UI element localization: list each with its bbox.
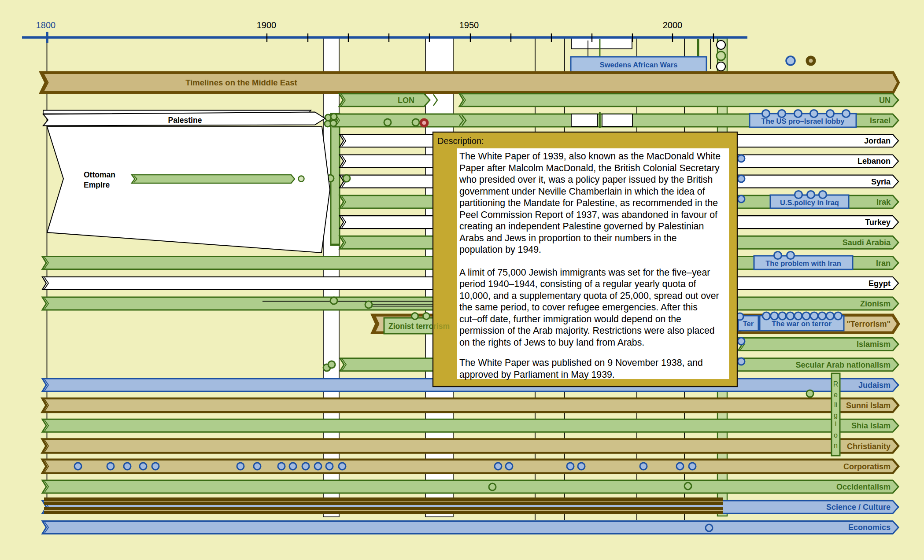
svg-text:The US pro–Israel lobby: The US pro–Israel lobby [761,117,845,125]
svg-text:Shia Islam: Shia Islam [851,421,891,430]
svg-text:1800: 1800 [36,20,56,30]
svg-text:"Terrorism": "Terrorism" [846,320,891,328]
svg-text:n: n [834,442,838,449]
svg-text:population by 1949.: population by 1949. [459,244,541,255]
svg-text:on the rights of Jews to buy l: on the rights of Jews to buy land from A… [459,337,644,348]
svg-text:2000: 2000 [663,20,683,30]
svg-text:Corporatism: Corporatism [843,462,891,471]
svg-text:1900: 1900 [257,20,277,30]
svg-text:Secular Arab nationalism: Secular Arab nationalism [796,361,891,369]
svg-text:Palestine: Palestine [168,116,202,125]
svg-text:Ter: Ter [743,320,754,328]
svg-text:the same period, to cover refu: the same period, to cover refugee emerge… [459,302,698,313]
svg-text:Turkey: Turkey [865,218,891,227]
svg-text:Lebanon: Lebanon [857,157,891,166]
svg-text:Sunni Islam: Sunni Islam [846,401,891,410]
svg-text:Islamism: Islamism [857,340,891,349]
svg-text:approved by Parliament in May: approved by Parliament in May 1939. [459,369,615,380]
svg-text:A limit of 75,000 Jewish immig: A limit of 75,000 Jewish immigrants was … [459,267,710,278]
svg-text:Ottoman: Ottoman [84,170,115,179]
svg-text:cut–off date, further immigrat: cut–off date, further immigration would … [459,314,681,324]
svg-text:Zionism: Zionism [860,299,891,308]
svg-text:The White Paper of 1939, also: The White Paper of 1939, also known as t… [459,151,721,162]
svg-text:UN: UN [879,96,891,105]
svg-text:period 1940–1944, consisting o: period 1940–1944, consisting of a regula… [459,279,696,289]
svg-text:Empire: Empire [84,181,110,189]
svg-text:g: g [834,412,838,419]
svg-text:o: o [834,431,838,439]
svg-text:Arabs and Jews in proportion t: Arabs and Jews in proportion to their nu… [459,233,677,243]
svg-text:Zionist terrorism: Zionist terrorism [388,322,450,331]
svg-text:Peel Commission Report of 1937: Peel Commission Report of 1937, was aban… [459,210,717,220]
svg-text:Egypt: Egypt [869,279,891,288]
svg-text:The White Paper was published: The White Paper was published on 9 Novem… [459,357,703,368]
svg-text:10,000, and a supplementary qu: 10,000, and a supplementary quota of 25,… [459,291,719,301]
svg-text:The war on terror: The war on terror [772,320,832,328]
svg-text:U.S.policy in Iraq: U.S.policy in Iraq [780,199,839,206]
svg-text:Judaism: Judaism [858,381,891,390]
svg-text:Description:: Description: [437,136,484,146]
svg-text:e: e [834,391,838,398]
svg-text:Israel: Israel [870,116,891,125]
svg-text:creating an independent Palest: creating an independent Palestine govern… [459,221,704,232]
svg-text:Jordan: Jordan [864,136,891,145]
svg-text:Syria: Syria [871,177,891,186]
svg-text:LON: LON [398,96,414,105]
svg-text:Occidentalism: Occidentalism [836,483,891,491]
svg-text:The problem with Iran: The problem with Iran [765,259,841,267]
svg-text:who presided over it, was a po: who presided over it, was a policy paper… [459,174,713,185]
svg-text:permission of the Arab majorit: permission of the Arab majority. Restric… [459,325,715,336]
svg-text:partitioning the Mandate for P: partitioning the Mandate for Palestine, … [459,198,718,208]
svg-text:Swedens African Wars: Swedens African Wars [600,61,678,69]
svg-text:Timelines on the Middle East: Timelines on the Middle East [185,78,297,87]
svg-text:Irak: Irak [876,198,891,206]
svg-text:Paper after Malcolm MacDonald,: Paper after Malcolm MacDonald, the Briti… [459,163,720,173]
svg-text:Christianity: Christianity [847,442,891,451]
svg-text:Saudi Arabia: Saudi Arabia [843,238,891,247]
svg-text:i: i [835,420,837,427]
svg-text:Science / Culture: Science / Culture [826,503,891,512]
svg-text:government under Neville Chamb: government under Neville Chamberlain in … [459,186,705,197]
svg-text:R: R [833,380,839,388]
svg-text:Economics: Economics [848,523,891,532]
svg-text:Iran: Iran [876,259,891,268]
svg-text:li: li [834,401,837,409]
svg-text:1950: 1950 [459,20,479,30]
